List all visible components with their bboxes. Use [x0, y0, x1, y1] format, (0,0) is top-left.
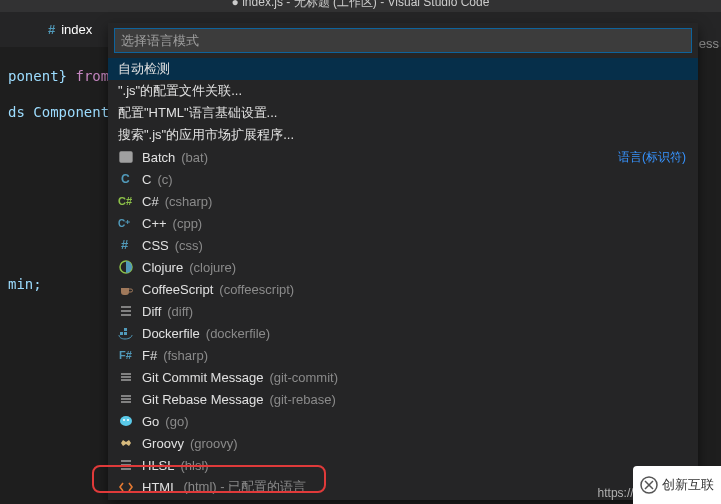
language-item[interactable]: Git Rebase Message(git-rebase): [108, 388, 698, 410]
language-desc: (css): [175, 238, 203, 253]
badge-logo-icon: [640, 476, 658, 494]
go-icon: [118, 413, 134, 429]
language-item[interactable]: #CSS(css): [108, 234, 698, 256]
watermark-badge: 创新互联: [633, 466, 721, 504]
language-label: C++: [142, 216, 167, 231]
git-icon: [118, 369, 134, 385]
language-item[interactable]: Batch(bat)语言(标识符): [108, 146, 698, 168]
language-item[interactable]: Diff(diff): [108, 300, 698, 322]
picker-item[interactable]: 搜索".js"的应用市场扩展程序...: [108, 124, 698, 146]
bat-icon: [118, 149, 134, 165]
svg-text:F#: F#: [119, 349, 132, 361]
language-desc: (html) - 已配置的语言: [183, 478, 306, 496]
language-label: HTML: [142, 480, 177, 495]
language-item[interactable]: Groovy(groovy): [108, 432, 698, 454]
language-desc: (csharp): [165, 194, 213, 209]
clojure-icon: [118, 259, 134, 275]
right-panel-fragment: ess: [699, 36, 719, 51]
picker-item[interactable]: 配置"HTML"语言基础设置...: [108, 102, 698, 124]
language-label: C: [142, 172, 151, 187]
language-desc: (diff): [167, 304, 193, 319]
svg-text:C⁺: C⁺: [118, 218, 130, 229]
picker-item[interactable]: 自动检测: [108, 58, 698, 80]
language-item[interactable]: C⁺C++(cpp): [108, 212, 698, 234]
groovy-icon: [118, 435, 134, 451]
language-item[interactable]: C#C#(csharp): [108, 190, 698, 212]
language-desc: (cpp): [173, 216, 203, 231]
language-label: Git Commit Message: [142, 370, 263, 385]
language-item[interactable]: F#F#(fsharp): [108, 344, 698, 366]
svg-point-11: [123, 419, 125, 421]
picker-item[interactable]: ".js"的配置文件关联...: [108, 80, 698, 102]
editor-tab[interactable]: #index: [48, 14, 92, 45]
language-item[interactable]: CC(c): [108, 168, 698, 190]
html-icon: [118, 479, 134, 495]
language-item[interactable]: CoffeeScript(coffeescript): [108, 278, 698, 300]
picker-item-label: 配置"HTML"语言基础设置...: [118, 104, 277, 122]
git-icon: [118, 391, 134, 407]
hlsl-icon: [118, 457, 134, 473]
cpp-icon: C⁺: [118, 215, 134, 231]
language-desc: (coffeescript): [219, 282, 294, 297]
language-label: HLSL: [142, 458, 175, 473]
language-list: 自动检测".js"的配置文件关联...配置"HTML"语言基础设置...搜索".…: [108, 58, 698, 500]
language-search-input[interactable]: [114, 28, 692, 53]
language-desc: (go): [165, 414, 188, 429]
c-icon: C: [118, 171, 134, 187]
csharp-icon: C#: [118, 193, 134, 209]
svg-text:C#: C#: [118, 195, 132, 207]
language-desc: (fsharp): [163, 348, 208, 363]
svg-rect-7: [124, 332, 127, 335]
picker-item-label: 自动检测: [118, 60, 170, 78]
language-item[interactable]: Clojure(clojure): [108, 256, 698, 278]
language-desc: (hlsl): [181, 458, 209, 473]
language-item[interactable]: Git Commit Message(git-commit): [108, 366, 698, 388]
diff-icon: [118, 303, 134, 319]
picker-hint: 语言(标识符): [618, 149, 686, 166]
language-desc: (c): [157, 172, 172, 187]
css-icon: #: [118, 237, 134, 253]
language-desc: (clojure): [189, 260, 236, 275]
svg-text:C: C: [121, 172, 130, 186]
language-label: CSS: [142, 238, 169, 253]
svg-rect-0: [120, 152, 132, 162]
svg-rect-6: [120, 332, 123, 335]
language-label: F#: [142, 348, 157, 363]
language-label: Clojure: [142, 260, 183, 275]
language-desc: (git-commit): [269, 370, 338, 385]
language-desc: (git-rebase): [269, 392, 335, 407]
language-item[interactable]: Dockerfile(dockerfile): [108, 322, 698, 344]
language-label: Diff: [142, 304, 161, 319]
language-item[interactable]: HLSL(hlsl): [108, 454, 698, 476]
picker-item-label: 搜索".js"的应用市场扩展程序...: [118, 126, 294, 144]
window-title-bar: ● index.js - 无标题 (工作区) - Visual Studio C…: [0, 0, 721, 12]
language-desc: (dockerfile): [206, 326, 270, 341]
coffee-icon: [118, 281, 134, 297]
language-label: Go: [142, 414, 159, 429]
language-desc: (groovy): [190, 436, 238, 451]
language-item[interactable]: Go(go): [108, 410, 698, 432]
svg-point-10: [120, 416, 132, 426]
language-mode-picker: 自动检测".js"的配置文件关联...配置"HTML"语言基础设置...搜索".…: [108, 23, 698, 500]
svg-rect-8: [124, 328, 127, 331]
language-label: CoffeeScript: [142, 282, 213, 297]
language-label: Batch: [142, 150, 175, 165]
svg-point-12: [127, 419, 129, 421]
language-label: C#: [142, 194, 159, 209]
language-label: Groovy: [142, 436, 184, 451]
css-icon: #: [48, 22, 55, 37]
picker-item-label: ".js"的配置文件关联...: [118, 82, 242, 100]
fsharp-icon: F#: [118, 347, 134, 363]
language-label: Git Rebase Message: [142, 392, 263, 407]
language-label: Dockerfile: [142, 326, 200, 341]
language-desc: (bat): [181, 150, 208, 165]
svg-text:#: #: [121, 237, 129, 252]
docker-icon: [118, 325, 134, 341]
